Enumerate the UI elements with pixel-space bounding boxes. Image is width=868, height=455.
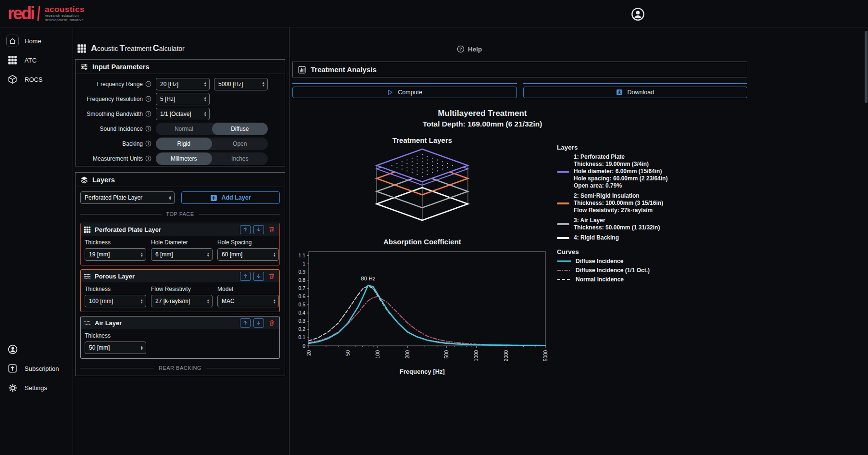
select-chevrons-icon [203, 111, 208, 116]
account-icon[interactable] [631, 7, 645, 21]
stepper-icons[interactable] [261, 81, 266, 87]
stepper-down-icon[interactable] [262, 84, 265, 87]
svg-text:200: 200 [404, 350, 410, 359]
backing-option-rigid[interactable]: Rigid [156, 138, 212, 150]
model-select[interactable]: MAC [217, 295, 279, 307]
thickness-input[interactable] [85, 248, 146, 261]
hole-spacing-value[interactable] [222, 251, 272, 258]
move-layer-up-button[interactable] [240, 272, 251, 281]
sidebar-item-home[interactable]: Home [0, 31, 73, 51]
backing-toggle: Rigid Open [156, 138, 268, 150]
flow-resistivity-value[interactable] [155, 298, 206, 304]
scrollbar-thumb[interactable] [865, 31, 868, 103]
move-layer-up-button[interactable] [240, 318, 251, 328]
units-option-inches[interactable]: Inches [212, 152, 268, 165]
hole-spacing-input[interactable] [217, 248, 279, 261]
question-icon[interactable] [145, 126, 151, 132]
hole-diameter-value[interactable] [155, 251, 206, 258]
sidebar-item-atc[interactable]: ATC [0, 51, 73, 70]
curve-swatch-line [557, 259, 571, 263]
sidebar-item-settings[interactable]: Settings [0, 378, 73, 397]
field-thickness: Thickness [85, 332, 146, 354]
svg-text:0.9: 0.9 [298, 269, 305, 275]
stepper-down-icon[interactable] [207, 301, 210, 304]
question-icon[interactable] [145, 111, 151, 117]
thickness-value[interactable] [89, 298, 139, 304]
frequency-max-input[interactable] [214, 78, 268, 90]
sidebar-bottom: Subscription Settings [0, 340, 73, 455]
divider-label: REAR BACKING [159, 365, 201, 371]
stepper-down-icon[interactable] [204, 84, 207, 87]
stepper-down-icon[interactable] [140, 301, 143, 304]
field-label: Thickness [85, 286, 146, 292]
svg-text:1: 1 [302, 261, 305, 266]
thickness-value[interactable] [89, 251, 139, 258]
thickness-input[interactable] [85, 341, 146, 354]
sidebar-item-subscription[interactable]: Subscription [0, 359, 73, 378]
backing-option-open[interactable]: Open [212, 138, 268, 150]
stepper-down-icon[interactable] [204, 99, 207, 102]
sidebar-item-account[interactable] [0, 340, 73, 359]
layer-card-header: Air Layer [81, 316, 279, 329]
logo-bar [37, 6, 40, 21]
legend-swatch [557, 223, 569, 225]
delete-layer-button[interactable] [267, 318, 277, 328]
stepper-down-icon[interactable] [140, 254, 143, 257]
flow-resistivity-input[interactable] [151, 295, 213, 307]
move-layer-up-button[interactable] [240, 225, 251, 234]
stepper-icons[interactable] [206, 299, 211, 304]
hole-diameter-input[interactable] [151, 248, 213, 261]
delete-layer-button[interactable] [267, 225, 277, 234]
delete-layer-button[interactable] [267, 272, 277, 281]
param-row-smoothing-bandwidth: Smoothing Bandwidth 1/1 [Octave] [79, 106, 281, 121]
trash-icon [268, 319, 275, 326]
sidebar-item-rocs[interactable]: ROCS [0, 70, 73, 89]
layer-type-select[interactable]: Perforated Plate Layer [80, 191, 175, 204]
stepper-icons[interactable] [203, 81, 208, 87]
units-option-milimeters[interactable]: Milimeters [156, 152, 212, 165]
question-icon[interactable] [145, 155, 151, 162]
field-label: Hole Spacing [217, 239, 279, 246]
sidebar-item-label: Settings [25, 384, 47, 392]
sound-incidence-option-diffuse[interactable]: Diffuse [212, 123, 268, 135]
stepper-down-icon[interactable] [140, 348, 143, 351]
question-icon[interactable] [145, 96, 151, 102]
move-layer-down-button[interactable] [253, 225, 264, 234]
sound-incidence-option-normal[interactable]: Normal [156, 123, 212, 135]
stepper-icons[interactable] [203, 96, 208, 101]
frequency-max-value[interactable] [218, 81, 261, 88]
frequency-min-value[interactable] [160, 81, 203, 88]
help-button[interactable]: Help [457, 45, 482, 53]
stepper-down-icon[interactable] [207, 254, 210, 257]
stepper-icons[interactable] [272, 252, 277, 257]
frequency-resolution-input[interactable] [156, 93, 210, 105]
download-icon [616, 89, 623, 96]
field-model: Model MAC [217, 286, 279, 307]
compute-label: Compute [398, 89, 422, 96]
frequency-min-input[interactable] [156, 78, 210, 90]
add-layer-button[interactable]: Add Layer [181, 191, 280, 204]
air-icon [84, 319, 91, 327]
stepper-icons[interactable] [206, 252, 211, 257]
arrow-up-icon [242, 320, 248, 326]
frequency-resolution-value[interactable] [160, 96, 203, 102]
compute-button[interactable]: Compute [292, 87, 517, 98]
stepper-down-icon[interactable] [273, 254, 276, 257]
page-scrollbar[interactable] [865, 29, 868, 452]
app-logo[interactable]: redi acoustics research education develo… [8, 5, 85, 22]
move-layer-down-button[interactable] [253, 272, 264, 281]
download-button[interactable]: Download [523, 87, 748, 98]
curve-swatch-line [557, 268, 571, 272]
stepper-icons[interactable] [139, 252, 144, 257]
layers-icon [80, 176, 88, 184]
stepper-icons[interactable] [139, 299, 144, 304]
move-layer-down-button[interactable] [253, 318, 264, 328]
question-icon[interactable] [145, 81, 151, 87]
question-icon[interactable] [145, 140, 151, 147]
thickness-input[interactable] [85, 295, 146, 307]
stepper-icons[interactable] [139, 345, 144, 351]
svg-text:5000: 5000 [542, 350, 548, 362]
thickness-value[interactable] [89, 344, 139, 351]
smoothing-bandwidth-select[interactable]: 1/1 [Octave] [156, 108, 210, 120]
diagram-title: Treatment Layers [392, 136, 452, 144]
